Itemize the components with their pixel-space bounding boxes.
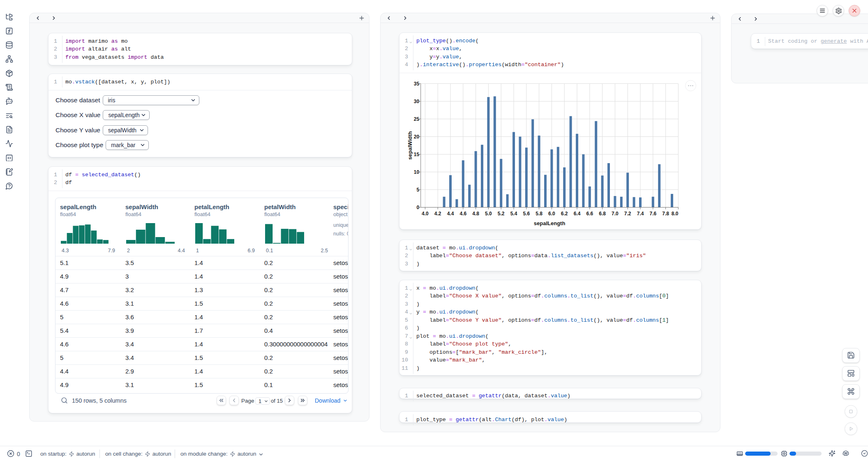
svg-text:7.4: 7.4 bbox=[637, 211, 644, 217]
svg-text:4.4: 4.4 bbox=[447, 211, 454, 217]
svg-text:35: 35 bbox=[414, 81, 420, 87]
svg-text:25: 25 bbox=[414, 116, 420, 122]
svg-text:4.2: 4.2 bbox=[434, 211, 441, 217]
svg-text:6.8: 6.8 bbox=[599, 211, 606, 217]
svg-text:sepalWidth: sepalWidth bbox=[408, 131, 413, 159]
svg-text:7.2: 7.2 bbox=[624, 211, 631, 217]
svg-text:5.8: 5.8 bbox=[536, 211, 542, 217]
svg-text:4.8: 4.8 bbox=[472, 211, 479, 217]
svg-text:6.2: 6.2 bbox=[561, 211, 568, 217]
svg-text:5.2: 5.2 bbox=[498, 211, 505, 217]
svg-text:8.0: 8.0 bbox=[672, 211, 679, 217]
svg-text:7.6: 7.6 bbox=[649, 211, 656, 217]
svg-text:5.6: 5.6 bbox=[523, 211, 530, 217]
svg-text:30: 30 bbox=[414, 99, 420, 104]
svg-text:0: 0 bbox=[417, 205, 420, 210]
svg-text:20: 20 bbox=[414, 134, 420, 140]
svg-text:5: 5 bbox=[417, 187, 420, 193]
svg-text:7.0: 7.0 bbox=[612, 211, 619, 217]
svg-text:sepalLength: sepalLength bbox=[534, 220, 566, 226]
svg-text:6.6: 6.6 bbox=[586, 211, 593, 217]
svg-text:6.4: 6.4 bbox=[574, 211, 581, 217]
svg-text:7.8: 7.8 bbox=[662, 211, 669, 217]
svg-text:5.4: 5.4 bbox=[510, 211, 517, 217]
svg-text:4.0: 4.0 bbox=[422, 211, 429, 217]
svg-text:6.0: 6.0 bbox=[548, 211, 555, 217]
svg-text:15: 15 bbox=[414, 152, 420, 157]
svg-text:5.0: 5.0 bbox=[485, 211, 492, 217]
svg-text:4.6: 4.6 bbox=[459, 211, 466, 217]
svg-text:10: 10 bbox=[414, 169, 420, 175]
